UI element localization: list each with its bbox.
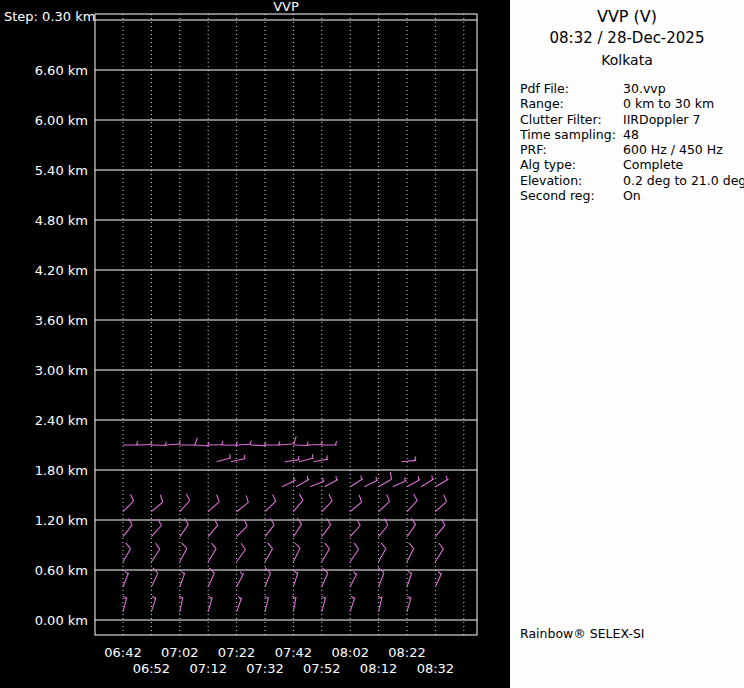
x-axis-label: 06:42 — [104, 645, 141, 660]
info-row: Time sampling:48 — [520, 127, 744, 142]
x-axis-label: 07:52 — [303, 661, 340, 676]
info-label: Alg type: — [520, 157, 623, 172]
vvp-time-height-chart: VVPStep: 0.30 km6.60 km6.00 km5.40 km4.8… — [0, 0, 510, 688]
info-row: Pdf File:30.vvp — [520, 81, 744, 96]
y-axis-label: 3.60 km — [35, 313, 88, 328]
y-axis-label: 6.60 km — [35, 63, 88, 78]
x-axis-label: 08:02 — [331, 645, 368, 660]
x-axis-label: 08:12 — [360, 661, 397, 676]
info-row: Clutter Filter:IIRDoppler 7 — [520, 112, 744, 127]
info-label: Time sampling: — [520, 127, 623, 142]
info-label: Elevation: — [520, 173, 623, 188]
chart-title: VVP — [273, 0, 299, 14]
info-value: 0 km to 30 km — [623, 96, 714, 111]
info-row: Second reg:On — [520, 188, 744, 203]
info-label: Second reg: — [520, 188, 623, 203]
info-value: 48 — [623, 127, 639, 142]
y-axis-label: 0.60 km — [35, 563, 88, 578]
vvp-product-window: VVPStep: 0.30 km6.60 km6.00 km5.40 km4.8… — [0, 0, 744, 688]
info-row: Range:0 km to 30 km — [520, 96, 744, 111]
info-panel: VVP (V) 08:32 / 28-Dec-2025 Kolkata Pdf … — [510, 0, 744, 688]
y-axis-label: 4.20 km — [35, 263, 88, 278]
step-label: Step: 0.30 km — [4, 9, 95, 24]
info-value: On — [623, 188, 641, 203]
product-title: VVP (V) — [510, 7, 744, 26]
y-axis-label: 3.00 km — [35, 363, 88, 378]
software-brand: Rainbow® SELEX-SI — [520, 626, 645, 641]
info-label: Pdf File: — [520, 81, 623, 96]
y-axis-label: 2.40 km — [35, 413, 88, 428]
x-axis-label: 08:32 — [417, 661, 454, 676]
y-axis-label: 6.00 km — [35, 113, 88, 128]
x-axis-label: 07:22 — [218, 645, 255, 660]
info-value: 600 Hz / 450 Hz — [623, 142, 723, 157]
y-axis-label: 4.80 km — [35, 213, 88, 228]
chart-area: VVPStep: 0.30 km6.60 km6.00 km5.40 km4.8… — [0, 0, 510, 688]
info-label: Range: — [520, 96, 623, 111]
info-label: Clutter Filter: — [520, 112, 623, 127]
chart-background — [0, 0, 510, 688]
y-axis-label: 0.00 km — [35, 613, 88, 628]
x-axis-label: 06:52 — [133, 661, 170, 676]
site-name: Kolkata — [510, 52, 744, 68]
x-axis-label: 07:42 — [275, 645, 312, 660]
info-value: IIRDoppler 7 — [623, 112, 700, 127]
y-axis-label: 5.40 km — [35, 163, 88, 178]
x-axis-label: 08:22 — [388, 645, 425, 660]
y-axis-label: 1.20 km — [35, 513, 88, 528]
info-value: 0.2 deg to 21.0 deg — [623, 173, 744, 188]
info-row: Alg type:Complete — [520, 157, 744, 172]
info-value: Complete — [623, 157, 683, 172]
product-info-list: Pdf File:30.vvpRange:0 km to 30 kmClutte… — [520, 81, 744, 203]
y-axis-label: 1.80 km — [35, 463, 88, 478]
info-value: 30.vvp — [623, 81, 666, 96]
info-row: PRF:600 Hz / 450 Hz — [520, 142, 744, 157]
x-axis-label: 07:32 — [246, 661, 283, 676]
x-axis-label: 07:02 — [161, 645, 198, 660]
product-datetime: 08:32 / 28-Dec-2025 — [510, 29, 744, 47]
x-axis-label: 07:12 — [189, 661, 226, 676]
info-label: PRF: — [520, 142, 623, 157]
info-row: Elevation:0.2 deg to 21.0 deg — [520, 173, 744, 188]
